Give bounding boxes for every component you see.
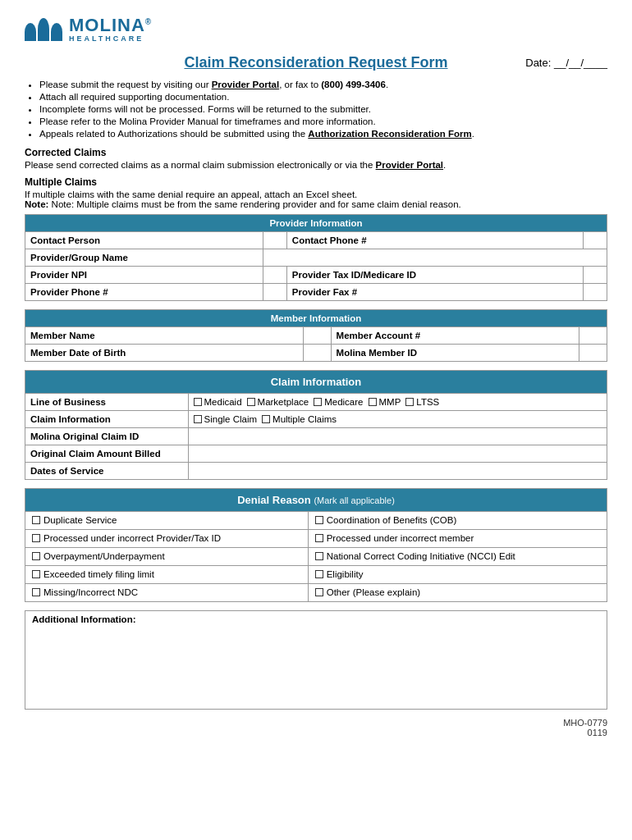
contact-person-value[interactable] <box>263 232 287 249</box>
member-info-header-row: Member Information <box>25 310 607 327</box>
multiple-claims-body: If multiple claims with the same denial … <box>25 189 607 209</box>
denial-right-col: Other (Please explain) <box>308 584 607 602</box>
claim-info-table: Claim Information Line of Business Medic… <box>25 370 607 480</box>
table-row: Contact Person Contact Phone # <box>25 232 607 249</box>
member-name-label: Member Name <box>25 327 304 345</box>
denial-reason-title: Denial Reason (Mark all applicable) <box>25 489 607 512</box>
line-of-business-checkboxes: Medicaid Marketplace Medicare MMP LTSS <box>188 394 607 411</box>
logo-figure-left <box>25 23 36 41</box>
overpayment-checkbox[interactable]: Overpayment/Underpayment <box>32 551 165 561</box>
denial-left-col: Exceeded timely filing limit <box>25 566 309 584</box>
logo-company-name: MOLINA® <box>69 16 152 34</box>
denial-left-col: Processed under incorrect Provider/Tax I… <box>25 530 309 548</box>
additional-info-table: Additional Information: <box>25 610 607 710</box>
member-info-title: Member Information <box>25 310 607 327</box>
denial-left-col: Duplicate Service <box>25 512 309 530</box>
footer: MHO-0779 0119 <box>25 718 607 737</box>
marketplace-checkbox[interactable]: Marketplace <box>247 397 309 407</box>
date-field: Date: __/__/____ <box>525 57 607 69</box>
molina-member-id-label: Molina Member ID <box>331 345 579 362</box>
claim-amount-label: Original Claim Amount Billed <box>25 445 189 463</box>
table-row: Duplicate Service Coordination of Benefi… <box>25 512 607 530</box>
cob-checkbox[interactable]: Coordination of Benefits (COB) <box>315 515 457 525</box>
multiple-claims-checkbox[interactable]: Multiple Claims <box>262 414 337 424</box>
member-dob-value[interactable] <box>303 345 331 362</box>
logo-subtitle: HEALTHCARE <box>69 34 152 43</box>
claim-information-checkboxes: Single Claim Multiple Claims <box>188 411 607 428</box>
table-row: Molina Original Claim ID <box>25 428 607 445</box>
provider-fax-value[interactable] <box>584 284 607 301</box>
list-item: Please refer to the Molina Provider Manu… <box>39 116 607 126</box>
medicare-checkbox[interactable]: Medicare <box>314 397 363 407</box>
provider-taxid-value[interactable] <box>584 267 607 284</box>
denial-right-col: Eligibility <box>308 566 607 584</box>
instructions-list: Please submit the request by visiting ou… <box>39 80 607 139</box>
contact-person-label: Contact Person <box>25 232 263 249</box>
multiple-claims-header: Multiple Claims <box>25 176 607 188</box>
member-name-value[interactable] <box>303 327 331 345</box>
member-dob-label: Member Date of Birth <box>25 345 304 362</box>
line-of-business-label: Line of Business <box>25 394 189 411</box>
claim-info-title: Claim Information <box>25 371 607 394</box>
denial-reason-table: Denial Reason (Mark all applicable) Dupl… <box>25 488 607 602</box>
list-item: Appeals related to Authorizations should… <box>39 129 607 139</box>
table-row: Member Name Member Account # <box>25 327 607 345</box>
medicaid-checkbox[interactable]: Medicaid <box>194 397 242 407</box>
timely-filing-checkbox[interactable]: Exceeded timely filing limit <box>32 569 154 579</box>
form-title: Claim Reconsideration Request Form <box>184 54 447 71</box>
denial-left-col: Missing/Incorrect NDC <box>25 584 309 602</box>
single-claim-checkbox[interactable]: Single Claim <box>194 414 258 424</box>
missing-ndc-checkbox[interactable]: Missing/Incorrect NDC <box>32 587 138 597</box>
table-row: Additional Information: <box>25 611 607 710</box>
denial-reason-header-row: Denial Reason (Mark all applicable) <box>25 489 607 512</box>
ncci-checkbox[interactable]: National Correct Coding Initiative (NCCI… <box>315 551 515 561</box>
table-row: Dates of Service <box>25 463 607 480</box>
molina-member-id-value[interactable] <box>579 345 607 362</box>
page-header: MOLINA® HEALTHCARE <box>25 16 607 43</box>
provider-taxid-label: Provider Tax ID/Medicare ID <box>286 267 584 284</box>
provider-npi-label: Provider NPI <box>25 267 263 284</box>
provider-portal-link[interactable]: Provider Portal <box>212 80 279 89</box>
provider-npi-value[interactable] <box>263 267 287 284</box>
auth-recon-link[interactable]: Authorization Reconsideration Form <box>308 129 471 139</box>
table-row: Provider/Group Name <box>25 249 607 267</box>
list-item: Attach all required supporting documenta… <box>39 92 607 102</box>
additional-info-label: Additional Information: <box>25 611 607 710</box>
logo-figures <box>25 18 62 41</box>
other-checkbox[interactable]: Other (Please explain) <box>315 587 420 597</box>
incorrect-member-checkbox[interactable]: Processed under incorrect member <box>315 533 474 543</box>
member-account-label: Member Account # <box>331 327 579 345</box>
claim-amount-value[interactable] <box>188 445 607 463</box>
denial-right-col: Processed under incorrect member <box>308 530 607 548</box>
ltss-checkbox[interactable]: LTSS <box>405 397 439 407</box>
claim-info-header-row: Claim Information <box>25 371 607 394</box>
duplicate-service-checkbox[interactable]: Duplicate Service <box>32 515 117 525</box>
provider-info-table: Provider Information Contact Person Cont… <box>25 214 607 301</box>
table-row: Overpayment/Underpayment National Correc… <box>25 548 607 566</box>
table-row: Exceeded timely filing limit Eligibility <box>25 566 607 584</box>
table-row: Original Claim Amount Billed <box>25 445 607 463</box>
denial-left-col: Overpayment/Underpayment <box>25 548 309 566</box>
contact-phone-label: Contact Phone # <box>286 232 584 249</box>
contact-phone-value[interactable] <box>584 232 607 249</box>
member-account-value[interactable] <box>579 327 607 345</box>
incorrect-provider-checkbox[interactable]: Processed under incorrect Provider/Tax I… <box>32 533 221 543</box>
molina-claim-id-label: Molina Original Claim ID <box>25 428 189 445</box>
table-row: Missing/Incorrect NDC Other (Please expl… <box>25 584 607 602</box>
eligibility-checkbox[interactable]: Eligibility <box>315 569 364 579</box>
logo: MOLINA® HEALTHCARE <box>25 16 152 43</box>
denial-right-col: National Correct Coding Initiative (NCCI… <box>308 548 607 566</box>
mmp-checkbox[interactable]: MMP <box>369 397 401 407</box>
provider-group-value[interactable] <box>263 249 607 267</box>
table-row: Provider NPI Provider Tax ID/Medicare ID <box>25 267 607 284</box>
footer-line1: MHO-0779 <box>25 718 607 728</box>
table-row: Member Date of Birth Molina Member ID <box>25 345 607 362</box>
list-item: Please submit the request by visiting ou… <box>39 80 607 89</box>
dates-of-service-value[interactable] <box>188 463 607 480</box>
molina-claim-id-value[interactable] <box>188 428 607 445</box>
corrected-claims-portal-link[interactable]: Provider Portal <box>376 160 443 170</box>
provider-phone-value[interactable] <box>263 284 287 301</box>
denial-right-col: Coordination of Benefits (COB) <box>308 512 607 530</box>
member-info-table: Member Information Member Name Member Ac… <box>25 309 607 362</box>
list-item: Incomplete forms will not be processed. … <box>39 104 607 114</box>
